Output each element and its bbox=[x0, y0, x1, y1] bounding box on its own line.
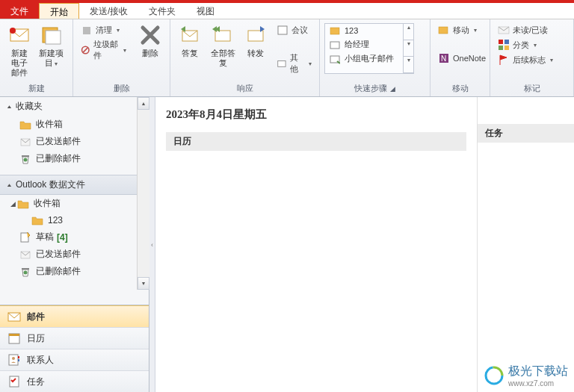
group-move-label: 移动 bbox=[435, 81, 485, 96]
svg-point-29 bbox=[24, 270, 28, 274]
tasks-icon bbox=[7, 375, 21, 388]
meeting-icon bbox=[277, 24, 288, 36]
qs-scroll[interactable]: ▴▾▾ bbox=[403, 24, 413, 73]
group-quicksteps-label: 快速步骤 ◢ bbox=[324, 81, 425, 96]
svg-rect-37 bbox=[10, 376, 19, 387]
ribbon-tabs: 文件 开始 发送/接收 文件夹 视图 bbox=[0, 3, 574, 19]
sidebar-scrollbar[interactable]: ▴ ▾ bbox=[137, 97, 149, 290]
delete-button[interactable]: 删除 bbox=[135, 22, 165, 60]
tree-deleted[interactable]: 已删除邮件 bbox=[0, 263, 149, 280]
qs-item-manager[interactable]: 给经理 bbox=[325, 37, 403, 52]
qs-item-team[interactable]: 小组电子邮件 bbox=[325, 52, 403, 66]
tab-view[interactable]: 视图 bbox=[186, 3, 225, 19]
mail-icon bbox=[7, 310, 21, 323]
reply-button[interactable]: 答复 bbox=[175, 22, 205, 60]
move-button[interactable]: 移动▾ bbox=[435, 23, 489, 37]
svg-rect-12 bbox=[330, 28, 339, 34]
forward-small-icon bbox=[330, 40, 340, 50]
date-header: 2023年8月4日星期五 bbox=[166, 105, 466, 128]
tab-folder[interactable]: 文件夹 bbox=[138, 3, 186, 19]
unread-button[interactable]: 未读/已读 bbox=[495, 23, 556, 37]
cleanup-button[interactable]: 清理▾ bbox=[78, 23, 129, 37]
envelope-icon bbox=[498, 24, 510, 36]
tab-sendrecv[interactable]: 发送/接收 bbox=[79, 3, 138, 19]
junk-button[interactable]: 垃圾邮件▾ bbox=[78, 38, 129, 62]
followup-button[interactable]: 后续标志▾ bbox=[495, 53, 556, 66]
account-header[interactable]: ▲Outlook 数据文件 bbox=[0, 175, 149, 195]
svg-point-25 bbox=[24, 158, 28, 161]
forward-button[interactable]: 转发 bbox=[241, 22, 271, 60]
onenote-button[interactable]: NOneNote bbox=[435, 52, 489, 65]
onenote-icon: N bbox=[438, 52, 450, 64]
svg-rect-4 bbox=[83, 27, 90, 34]
forward-icon bbox=[244, 23, 268, 47]
calendar-section: 日历 bbox=[166, 132, 466, 151]
new-item-button[interactable]: 新建项目▾ bbox=[34, 22, 68, 70]
fav-inbox[interactable]: 收件箱 bbox=[0, 116, 149, 133]
delete-x-icon bbox=[138, 23, 162, 47]
tree-sent[interactable]: 已发送邮件 bbox=[0, 246, 149, 263]
fav-deleted[interactable]: 已删除邮件 bbox=[0, 150, 149, 167]
new-mail-button[interactable]: 新建 电子邮件 bbox=[4, 22, 34, 79]
drafts-icon bbox=[19, 231, 31, 243]
junk-icon bbox=[81, 44, 90, 56]
clean-icon bbox=[81, 24, 93, 36]
trash-icon bbox=[19, 153, 31, 165]
nav-tasks[interactable]: 任务 bbox=[0, 370, 149, 392]
mail-icon bbox=[7, 23, 31, 47]
group-tags-label: 标记 bbox=[495, 81, 569, 96]
ribbon: 新建 电子邮件 新建项目▾ 新建 清理▾ 垃圾邮件▾ 删除 删除 bbox=[0, 19, 574, 97]
categorize-button[interactable]: 分类▾ bbox=[495, 38, 556, 52]
nav-calendar[interactable]: 日历 bbox=[0, 327, 149, 349]
meeting-button[interactable]: 会议 bbox=[274, 23, 315, 37]
sent-icon bbox=[19, 136, 31, 148]
svg-rect-15 bbox=[439, 27, 448, 34]
watermark-logo-icon bbox=[484, 366, 504, 385]
move-folder-icon bbox=[438, 24, 450, 36]
nav-contacts[interactable]: 联系人 bbox=[0, 349, 149, 370]
folder-items-icon bbox=[40, 23, 64, 47]
svg-rect-22 bbox=[504, 46, 509, 50]
navigation-pane: ▲收藏夹 收件箱 已发送邮件 已删除邮件 ▲Outlook 数据文件 ◢收件箱 … bbox=[0, 97, 149, 392]
qs-item-123[interactable]: 123 bbox=[325, 24, 403, 37]
svg-text:N: N bbox=[441, 55, 446, 63]
svg-point-1 bbox=[10, 28, 16, 34]
reply-all-button[interactable]: 全部答复 bbox=[205, 22, 241, 69]
group-delete-label: 删除 bbox=[78, 81, 165, 96]
tree-folder-123[interactable]: 123 bbox=[0, 212, 149, 228]
categories-icon bbox=[498, 39, 510, 51]
group-respond-label: 响应 bbox=[175, 81, 315, 96]
svg-rect-10 bbox=[278, 26, 287, 34]
svg-rect-28 bbox=[22, 268, 29, 270]
svg-rect-3 bbox=[46, 31, 61, 44]
nav-mail[interactable]: 邮件 bbox=[0, 305, 149, 327]
trash-icon bbox=[19, 266, 31, 278]
watermark: 极光下载站 www.xz7.com bbox=[484, 364, 568, 388]
tab-file[interactable]: 文件 bbox=[0, 3, 39, 19]
other-respond-button[interactable]: 其他▾ bbox=[274, 52, 315, 75]
sidebar-collapse[interactable]: ‹ bbox=[149, 97, 155, 392]
content-area: 2023年8月4日星期五 日历 任务 极光下载站 www.xz7.com bbox=[155, 97, 574, 392]
svg-rect-21 bbox=[499, 46, 503, 50]
svg-rect-35 bbox=[18, 356, 19, 358]
calendar-icon bbox=[7, 332, 21, 345]
other-icon bbox=[277, 57, 287, 69]
reply-all-icon bbox=[211, 23, 235, 47]
svg-rect-20 bbox=[504, 40, 509, 44]
tree-inbox[interactable]: ◢收件箱 bbox=[0, 195, 149, 212]
svg-point-34 bbox=[12, 357, 15, 360]
svg-rect-11 bbox=[278, 61, 286, 67]
svg-rect-32 bbox=[9, 334, 19, 336]
quicksteps-gallery[interactable]: 123 给经理 小组电子邮件 ▴▾▾ bbox=[324, 23, 414, 74]
svg-rect-36 bbox=[18, 359, 19, 361]
reply-icon bbox=[178, 23, 202, 47]
tab-home[interactable]: 开始 bbox=[39, 3, 79, 19]
svg-rect-13 bbox=[330, 42, 339, 49]
folder-icon bbox=[31, 214, 43, 226]
svg-rect-24 bbox=[22, 155, 29, 157]
fav-sent[interactable]: 已发送邮件 bbox=[0, 133, 149, 150]
tree-drafts[interactable]: 草稿[4] bbox=[0, 228, 149, 246]
favorites-header[interactable]: ▲收藏夹 bbox=[0, 97, 149, 116]
team-mail-icon bbox=[330, 54, 340, 64]
svg-rect-9 bbox=[248, 31, 263, 41]
